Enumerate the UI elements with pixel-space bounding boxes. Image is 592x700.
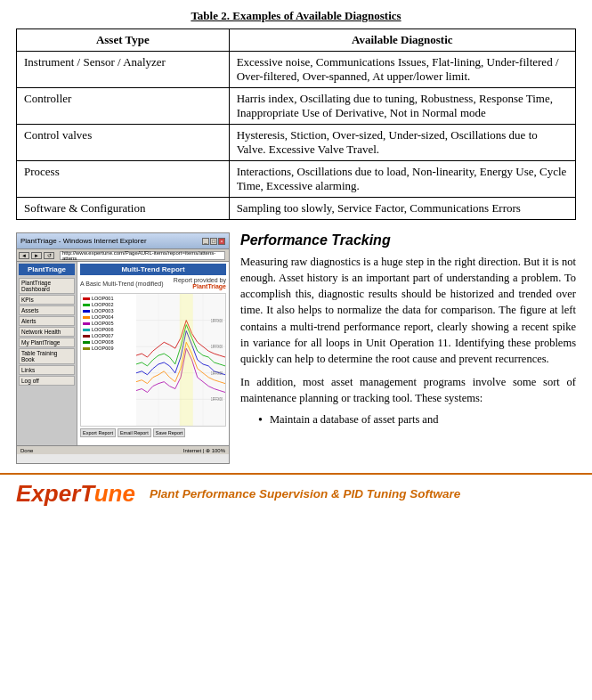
legend-color-swatch (83, 329, 90, 331)
screenshot-column: PlantTriage - Windows Internet Explorer … (16, 232, 230, 464)
sidebar-nav-item[interactable]: Links (19, 365, 75, 375)
close-button[interactable]: × (218, 238, 225, 245)
report-area: Multi-Trend Report A Basic Multi-Trend (… (77, 262, 229, 445)
browser-content: PlantTriage PlantTriage DashboardKPIsAss… (17, 262, 229, 445)
diagnostic-cell: Harris index, Oscillating due to tuning,… (229, 88, 575, 125)
browser-toolbar: ◄ ► ↺ http://www.expertune.com/PageAURL-… (17, 249, 229, 262)
sidebar-nav-item[interactable]: Assets (19, 305, 75, 315)
logo-text: ExperTune (16, 480, 135, 508)
legend-item: LOOP007 (83, 333, 136, 338)
status-bar: Done Internet | ⊕ 100% (17, 445, 229, 454)
minimize-button[interactable]: _ (202, 238, 209, 245)
svg-text:1FFFX00: 1FFFX00 (211, 344, 223, 349)
url-bar[interactable]: http://www.expertune.com/PageAURL-items/… (60, 251, 225, 260)
legend-label: LOOP003 (92, 308, 113, 313)
sidebar-nav-item[interactable]: PlantTriage Dashboard (19, 278, 75, 294)
refresh-button[interactable]: ↺ (44, 252, 54, 259)
report-subtitle-right: Report provided by PlantTriage (174, 277, 226, 289)
performance-title: Performance Tracking (240, 232, 576, 248)
legend-item: LOOP004 (83, 314, 136, 320)
asset-type-cell: Software & Configuration (17, 198, 230, 220)
asset-type-cell: Process (17, 161, 230, 198)
back-button[interactable]: ◄ (19, 252, 29, 259)
logo-letter-x: x (31, 480, 44, 507)
report-actions: Export Report Email Report Save Report (80, 428, 226, 437)
asset-type-cell: Instrument / Sensor / Analyzer (17, 52, 230, 88)
legend-item: LOOP001 (83, 296, 136, 301)
browser-sidebar: PlantTriage PlantTriage DashboardKPIsAss… (17, 262, 77, 445)
legend-label: LOOP008 (92, 339, 113, 345)
url-text: http://www.expertune.com/PageAURL-items/… (62, 250, 223, 261)
export-button[interactable]: Export Report (80, 428, 116, 437)
legend-item: LOOP006 (83, 327, 136, 332)
sidebar-nav-item[interactable]: Log off (19, 376, 75, 386)
asset-type-cell: Control valves (17, 125, 230, 161)
save-button[interactable]: Save Report (153, 428, 186, 437)
legend-item: LOOP009 (83, 346, 136, 351)
maximize-button[interactable]: □ (210, 238, 217, 245)
legend-label: LOOP006 (92, 327, 113, 332)
browser-mockup: PlantTriage - Windows Internet Explorer … (16, 232, 230, 464)
legend-label: LOOP009 (92, 346, 113, 351)
table-row: Control valvesHysteresis, Stiction, Over… (17, 125, 576, 161)
logo-letter-e: E (16, 480, 31, 507)
chart-legend: LOOP001LOOP002LOOP003LOOP004LOOP005LOOP0… (83, 296, 136, 352)
report-title: Multi-Trend Report (80, 264, 226, 275)
bullet-item-1: • Maintain a database of asset parts and (258, 413, 576, 427)
performance-paragraph1: Measuring raw diagnostics is a huge step… (240, 254, 576, 367)
chart-area: LOOP001LOOP002LOOP003LOOP004LOOP005LOOP0… (80, 293, 226, 427)
bullet-text-1: Maintain a database of asset parts and (270, 413, 439, 427)
legend-label: LOOP005 (92, 321, 113, 326)
legend-color-swatch (83, 297, 90, 300)
sidebar-nav-item[interactable]: Alerts (19, 316, 75, 326)
browser-title: PlantTriage - Windows Internet Explorer (20, 237, 202, 245)
logo-letter-n: n (109, 480, 123, 507)
logo-letter-t: T (80, 480, 93, 507)
table-row: Software & ConfigurationSampling too slo… (17, 198, 576, 220)
legend-color-swatch (83, 347, 90, 350)
diagnostic-cell: Excessive noise, Communications Issues, … (229, 52, 575, 88)
table-row: Instrument / Sensor / AnalyzerExcessive … (17, 52, 576, 88)
sidebar-nav-item[interactable]: Table Training Book (19, 348, 75, 364)
svg-rect-7 (180, 294, 193, 426)
legend-color-swatch (83, 316, 90, 319)
legend-color-swatch (83, 335, 90, 338)
footer-logo: ExperTune (16, 480, 135, 508)
asset-type-cell: Controller (17, 88, 230, 125)
footer-tagline: Plant Performance Supervision & PID Tuni… (150, 487, 460, 501)
sidebar-nav-item[interactable]: Network Health (19, 327, 75, 337)
sidebar-nav-item[interactable]: My PlantTriage (19, 338, 75, 347)
logo-letter-e2: e (59, 480, 71, 507)
legend-item: LOOP002 (83, 302, 136, 307)
legend-label: LOOP001 (92, 296, 113, 301)
chart-plot: 1FFFX00 1FFFX00 1FFFX00 1FFFX00 (136, 294, 225, 426)
forward-button[interactable]: ► (31, 252, 42, 259)
table-row: ProcessInteractions, Oscillations due to… (17, 161, 576, 198)
sidebar-nav-item[interactable]: KPIs (19, 295, 75, 305)
chart-svg: 1FFFX00 1FFFX00 1FFFX00 1FFFX00 (136, 294, 225, 426)
diagnostic-cell: Interactions, Oscillations due to load, … (229, 161, 575, 198)
diagnostics-table: Asset Type Available Diagnostic Instrume… (16, 28, 576, 220)
legend-item: LOOP003 (83, 308, 136, 313)
legend-label: LOOP002 (92, 302, 113, 307)
table-title: Table 2. Examples of Available Diagnosti… (16, 9, 576, 23)
legend-label: LOOP007 (92, 333, 113, 338)
legend-color-swatch (83, 322, 90, 325)
svg-text:1FFFX00: 1FFFX00 (211, 318, 223, 323)
bullet-dot-1: • (258, 414, 263, 427)
diagnostic-cell: Hysteresis, Stiction, Over-sized, Under-… (229, 125, 575, 161)
logo-letter-u: u (94, 480, 109, 507)
sidebar-logo: PlantTriage (19, 264, 75, 275)
legend-label: LOOP004 (92, 314, 113, 320)
col-header-diagnostic: Available Diagnostic (229, 29, 575, 52)
svg-text:1FFFX00: 1FFFX00 (211, 397, 223, 403)
col-header-asset: Asset Type (17, 29, 230, 52)
email-button[interactable]: Email Report (118, 428, 151, 437)
legend-color-swatch (83, 310, 90, 313)
bottom-section: PlantTriage - Windows Internet Explorer … (16, 232, 576, 464)
zoom-level: Internet | ⊕ 100% (183, 447, 225, 453)
logo-letter-r: r (71, 480, 80, 507)
legend-color-swatch (83, 304, 90, 306)
text-column: Performance Tracking Measuring raw diagn… (240, 232, 576, 464)
legend-color-swatch (83, 341, 90, 344)
